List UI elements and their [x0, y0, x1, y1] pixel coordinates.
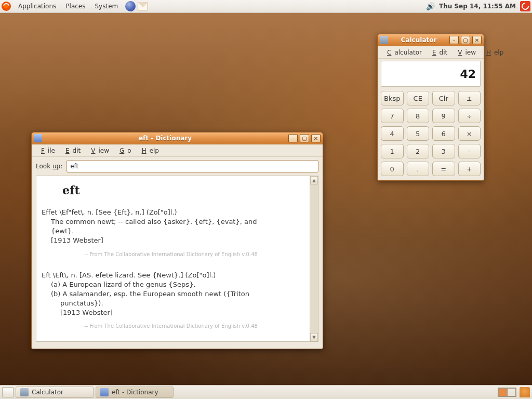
- maximize-button[interactable]: ▢: [461, 36, 470, 44]
- definition-source-1: -- From The Collaborative International …: [42, 251, 300, 258]
- subtract-button[interactable]: -: [458, 144, 481, 158]
- taskbar-label: eft - Dictionary: [112, 389, 158, 396]
- scroll-track[interactable]: [310, 184, 318, 333]
- divide-button[interactable]: ÷: [458, 109, 481, 123]
- menu-edit[interactable]: Edit: [426, 47, 450, 58]
- multiply-button[interactable]: ×: [458, 126, 481, 141]
- dictionary-window: eft - Dictionary – ▢ ✕ File Edit View Go…: [31, 132, 323, 349]
- menu-calculator[interactable]: Calculator: [381, 47, 425, 58]
- workspace-1[interactable]: [498, 388, 507, 396]
- lookup-input[interactable]: [66, 160, 318, 172]
- headword: eft: [62, 182, 300, 198]
- backspace-button[interactable]: Bksp: [381, 91, 404, 105]
- show-desktop-button[interactable]: [2, 387, 14, 397]
- scroll-down-button[interactable]: ▼: [310, 333, 318, 341]
- top-panel: Applications Places System Thu Sep 14, 1…: [0, 0, 532, 13]
- definition-content: eft Effet \Ef"fet\, n. [See {Eft}, n.] (…: [36, 176, 310, 341]
- calculator-display: 42: [381, 61, 481, 87]
- dictionary-title: eft - Dictionary: [44, 135, 286, 142]
- taskbar-label: Calculator: [32, 389, 63, 396]
- close-button[interactable]: ✕: [311, 134, 321, 142]
- definition-scrollbar[interactable]: ▲ ▼: [310, 176, 318, 341]
- globe-icon[interactable]: [125, 1, 136, 11]
- decimal-button[interactable]: .: [407, 162, 430, 176]
- clear-button[interactable]: Clr: [432, 91, 455, 105]
- definition-entry-1: Effet \Ef"fet\, n. [See {Eft}, n.] (Zo["…: [42, 208, 300, 258]
- calculator-task-icon: [20, 388, 29, 396]
- digit-6-button[interactable]: 6: [432, 126, 455, 141]
- applications-menu[interactable]: Applications: [14, 1, 60, 11]
- digit-4-button[interactable]: 4: [381, 126, 404, 141]
- menu-go[interactable]: Go: [113, 145, 135, 156]
- clock-text[interactable]: Thu Sep 14, 11:55 AM: [439, 3, 516, 10]
- calculator-keypad: Bksp CE Clr ± 7 8 9 ÷ 4 5 6 × 1 2 3 - 0 …: [378, 91, 484, 180]
- digit-3-button[interactable]: 3: [432, 144, 455, 158]
- minimize-button[interactable]: –: [288, 134, 298, 142]
- volume-icon[interactable]: [426, 2, 435, 10]
- bottom-panel: Calculator eft - Dictionary: [0, 385, 532, 399]
- calculator-window: Calculator – ▢ ✕ Calculator Edit View He…: [377, 34, 484, 181]
- plus-minus-button[interactable]: ±: [458, 91, 481, 105]
- system-menu[interactable]: System: [90, 1, 122, 11]
- dictionary-titlebar[interactable]: eft - Dictionary – ▢ ✕: [32, 132, 323, 144]
- lookup-label: Look up:: [36, 163, 62, 170]
- trash-icon[interactable]: [520, 387, 530, 397]
- calculator-menubar: Calculator Edit View Help: [378, 46, 484, 59]
- digit-9-button[interactable]: 9: [432, 109, 455, 123]
- dictionary-task-icon: [100, 388, 109, 396]
- digit-1-button[interactable]: 1: [381, 144, 404, 158]
- close-button[interactable]: ✕: [472, 36, 482, 44]
- equals-button[interactable]: =: [432, 162, 455, 176]
- mail-icon[interactable]: [138, 2, 148, 10]
- menu-edit[interactable]: Edit: [59, 145, 84, 156]
- menu-view[interactable]: View: [451, 47, 479, 58]
- lookup-row: Look up:: [32, 157, 323, 176]
- power-button[interactable]: [520, 1, 530, 11]
- clear-entry-button[interactable]: CE: [407, 91, 430, 105]
- scroll-up-button[interactable]: ▲: [310, 176, 318, 184]
- taskbar-item-dictionary[interactable]: eft - Dictionary: [96, 387, 174, 398]
- menu-file[interactable]: File: [35, 145, 58, 156]
- digit-8-button[interactable]: 8: [407, 109, 430, 123]
- digit-5-button[interactable]: 5: [407, 126, 430, 141]
- digit-2-button[interactable]: 2: [407, 144, 430, 158]
- minimize-button[interactable]: –: [449, 36, 459, 44]
- dictionary-menubar: File Edit View Go Help: [32, 144, 323, 157]
- taskbar-item-calculator[interactable]: Calculator: [16, 387, 94, 398]
- menu-help[interactable]: Help: [480, 47, 507, 58]
- calculator-app-icon: [380, 36, 388, 44]
- add-button[interactable]: +: [458, 162, 481, 176]
- workspace-2[interactable]: [507, 388, 516, 396]
- workspace-switcher[interactable]: [498, 388, 516, 397]
- menu-view[interactable]: View: [85, 145, 112, 156]
- digit-7-button[interactable]: 7: [381, 109, 404, 123]
- dictionary-app-icon: [34, 134, 42, 142]
- places-menu[interactable]: Places: [61, 1, 89, 11]
- calculator-title: Calculator: [390, 36, 447, 44]
- definition-entry-2: Eft \Eft\, n. [AS. efete lizard. See {Ne…: [42, 271, 300, 330]
- maximize-button[interactable]: ▢: [300, 134, 309, 142]
- digit-0-button[interactable]: 0: [381, 162, 404, 176]
- definition-area: eft Effet \Ef"fet\, n. [See {Eft}, n.] (…: [36, 176, 318, 342]
- definition-source-2: -- From The Collaborative International …: [42, 323, 300, 330]
- menu-help[interactable]: Help: [136, 145, 162, 156]
- ubuntu-logo-icon: [2, 2, 11, 11]
- calculator-titlebar[interactable]: Calculator – ▢ ✕: [378, 34, 484, 46]
